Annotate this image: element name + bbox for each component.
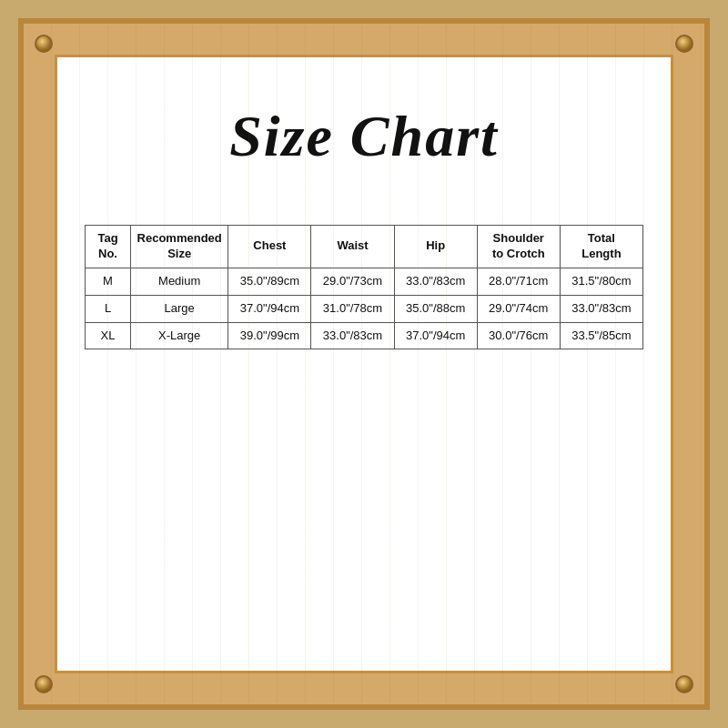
cell-chest: 35.0"/89cm bbox=[228, 268, 311, 295]
content-area: Size Chart Tag No. Recommended Size Ches… bbox=[55, 55, 673, 673]
cell-shoulder: 30.0"/76cm bbox=[477, 322, 560, 349]
screw-bottom-right bbox=[675, 675, 693, 693]
cell-tag: M bbox=[86, 268, 131, 295]
table-row: XL X-Large 39.0"/99cm 33.0"/83cm 37.0"/9… bbox=[86, 322, 643, 349]
cell-rec-size: Medium bbox=[131, 268, 228, 295]
cell-chest: 39.0"/99cm bbox=[228, 322, 311, 349]
col-header-waist: Waist bbox=[311, 226, 394, 268]
col-header-chest: Chest bbox=[228, 226, 311, 268]
cell-hip: 33.0"/83cm bbox=[394, 268, 477, 295]
col-header-total: Total Length bbox=[560, 226, 642, 268]
table-row: M Medium 35.0"/89cm 29.0"/73cm 33.0"/83c… bbox=[86, 268, 643, 295]
screw-top-left bbox=[35, 35, 53, 53]
page-title: Size Chart bbox=[229, 103, 499, 170]
cell-waist: 31.0"/78cm bbox=[311, 295, 394, 322]
cell-total: 33.0"/83cm bbox=[560, 295, 642, 322]
col-header-recommended: Recommended Size bbox=[131, 226, 228, 268]
cell-hip: 37.0"/94cm bbox=[394, 322, 477, 349]
screw-bottom-left bbox=[35, 675, 53, 693]
cell-tag: L bbox=[86, 295, 131, 322]
cell-total: 33.5"/85cm bbox=[560, 322, 642, 349]
cell-total: 31.5"/80cm bbox=[560, 268, 642, 295]
frame-outer: Size Chart Tag No. Recommended Size Ches… bbox=[18, 18, 710, 710]
cell-chest: 37.0"/94cm bbox=[228, 295, 311, 322]
table-row: L Large 37.0"/94cm 31.0"/78cm 35.0"/88cm… bbox=[86, 295, 643, 322]
col-header-tag: Tag No. bbox=[86, 226, 131, 268]
cell-shoulder: 29.0"/74cm bbox=[477, 295, 560, 322]
cell-rec-size: X-Large bbox=[131, 322, 228, 349]
cell-waist: 33.0"/83cm bbox=[311, 322, 394, 349]
cell-waist: 29.0"/73cm bbox=[311, 268, 394, 295]
cell-tag: XL bbox=[86, 322, 131, 349]
col-header-shoulder: Shoulder to Crotch bbox=[477, 226, 560, 268]
cell-rec-size: Large bbox=[131, 295, 228, 322]
size-chart-table: Tag No. Recommended Size Chest Waist Hip… bbox=[85, 225, 643, 349]
cell-shoulder: 28.0"/71cm bbox=[477, 268, 560, 295]
col-header-hip: Hip bbox=[394, 226, 477, 268]
screw-top-right bbox=[675, 35, 693, 53]
cell-hip: 35.0"/88cm bbox=[394, 295, 477, 322]
